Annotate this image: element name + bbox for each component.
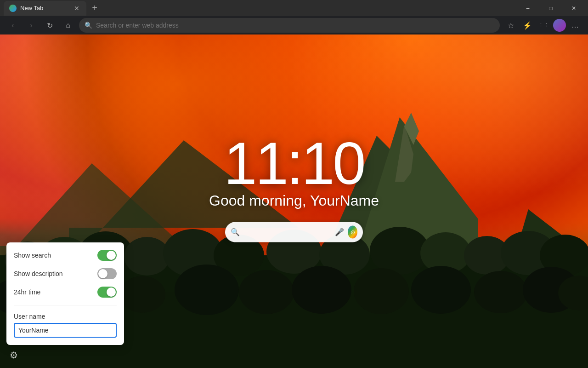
voice-search-button[interactable]: 🎤 <box>334 225 344 238</box>
back-button[interactable]: ‹ <box>6 18 20 33</box>
svg-point-11 <box>124 237 170 276</box>
show-search-label: Show search <box>14 252 51 259</box>
menu-button[interactable]: … <box>568 18 582 33</box>
forward-button[interactable]: › <box>24 18 39 33</box>
search-icon: 🔍 <box>85 22 92 29</box>
minimize-button[interactable]: – <box>517 1 538 16</box>
close-button[interactable]: ✕ <box>563 1 584 16</box>
svg-point-29 <box>354 268 409 314</box>
settings-divider <box>14 305 117 305</box>
time-24hr-toggle[interactable] <box>97 287 117 298</box>
tab-favicon <box>9 5 17 12</box>
settings-gear-button[interactable]: ⚙ <box>6 348 21 362</box>
search-icon: 🔍 <box>231 228 240 236</box>
show-description-toggle[interactable] <box>97 268 117 279</box>
window-controls: – □ ✕ <box>517 1 584 16</box>
time-24hr-label: 24hr time <box>14 288 40 296</box>
center-overlay: 11:10 Good morning, YourName 🔍 🎤 ⊙ <box>209 133 379 242</box>
refresh-button[interactable]: ↻ <box>42 18 57 33</box>
greeting-text: Good morning, YourName <box>209 192 379 209</box>
show-search-row: Show search <box>14 250 117 261</box>
svg-point-25 <box>119 276 165 313</box>
svg-point-26 <box>175 264 239 315</box>
clock-display: 11:10 <box>224 133 364 193</box>
show-search-toggle[interactable] <box>97 250 117 261</box>
user-avatar[interactable] <box>553 19 566 32</box>
active-tab[interactable]: New Tab ✕ <box>4 1 86 16</box>
show-description-row: Show description <box>14 268 117 279</box>
search-input[interactable] <box>243 228 331 236</box>
maximize-button[interactable]: □ <box>540 1 561 16</box>
search-bar[interactable]: 🔍 🎤 ⊙ <box>225 222 363 242</box>
extension-button[interactable]: ⚡ <box>520 18 535 33</box>
tab-title: New Tab <box>20 5 69 12</box>
svg-point-30 <box>411 266 471 314</box>
svg-point-28 <box>292 266 351 314</box>
title-bar: New Tab ✕ + – □ ✕ <box>0 0 588 16</box>
time-24hr-row: 24hr time <box>14 287 117 298</box>
settings-panel: Show search Show description 24hr time U… <box>6 242 124 345</box>
new-tab-button[interactable]: + <box>88 2 101 15</box>
username-section: User name <box>14 313 117 338</box>
google-lens-button[interactable]: ⊙ <box>348 225 357 238</box>
toolbar: ‹ › ↻ ⌂ 🔍 ☆ ⚡ ⋮⋮ … <box>0 16 588 34</box>
username-input[interactable] <box>14 323 117 338</box>
address-input[interactable] <box>96 22 494 29</box>
favorite-button[interactable]: ☆ <box>503 18 518 33</box>
home-button[interactable]: ⌂ <box>61 18 75 33</box>
svg-point-27 <box>239 270 294 314</box>
toolbar-right: ☆ ⚡ ⋮⋮ … <box>503 18 582 33</box>
address-bar[interactable]: 🔍 <box>79 18 500 33</box>
main-content: 11:10 Good morning, YourName 🔍 🎤 ⊙ Show … <box>0 34 588 368</box>
tab-close-button[interactable]: ✕ <box>73 4 81 12</box>
browser-chrome: New Tab ✕ + – □ ✕ ‹ › ↻ ⌂ 🔍 ☆ ⚡ ⋮⋮ … <box>0 0 588 34</box>
svg-point-31 <box>474 271 527 313</box>
username-label: User name <box>14 313 117 320</box>
apps-button[interactable]: ⋮⋮ <box>537 18 551 33</box>
show-description-label: Show description <box>14 270 63 277</box>
